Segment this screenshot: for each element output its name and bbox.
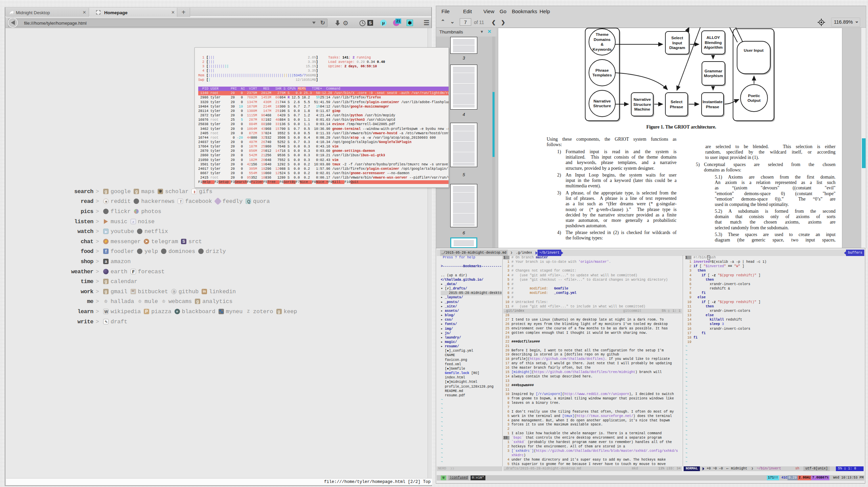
svg-text:Algorithm: Algorithm bbox=[704, 45, 723, 50]
svg-text:Input: Input bbox=[672, 41, 682, 45]
svg-text:Structure: Structure bbox=[633, 102, 651, 107]
svg-text:Select: Select bbox=[671, 99, 683, 104]
svg-text:Select: Select bbox=[671, 36, 683, 40]
svg-text:Machine: Machine bbox=[634, 107, 650, 112]
svg-text:Grammar: Grammar bbox=[705, 69, 723, 73]
svg-text:Structure: Structure bbox=[593, 103, 611, 108]
svg-text:Domains: Domains bbox=[594, 37, 611, 42]
svg-text:Phrase: Phrase bbox=[670, 105, 683, 109]
svg-text:Phrase: Phrase bbox=[706, 105, 719, 109]
svg-text:ALLOY: ALLOY bbox=[707, 35, 720, 40]
svg-text:Templates: Templates bbox=[592, 73, 612, 77]
svg-text:Phrase: Phrase bbox=[595, 68, 609, 73]
svg-text:Narrative: Narrative bbox=[634, 97, 651, 102]
svg-text:User Input: User Input bbox=[744, 48, 763, 53]
svg-text:Output: Output bbox=[748, 98, 761, 103]
svg-text:Keywords: Keywords bbox=[593, 47, 612, 52]
svg-text:&: & bbox=[601, 42, 604, 47]
svg-text:Diagram: Diagram bbox=[669, 45, 685, 50]
svg-text:Morphism: Morphism bbox=[704, 73, 723, 78]
svg-text:Narrative: Narrative bbox=[593, 99, 611, 103]
svg-text:Poetic: Poetic bbox=[748, 93, 760, 98]
svg-text:Instantiate: Instantiate bbox=[703, 99, 723, 104]
svg-text:Blending: Blending bbox=[705, 40, 722, 45]
svg-text:Theme: Theme bbox=[596, 32, 609, 37]
